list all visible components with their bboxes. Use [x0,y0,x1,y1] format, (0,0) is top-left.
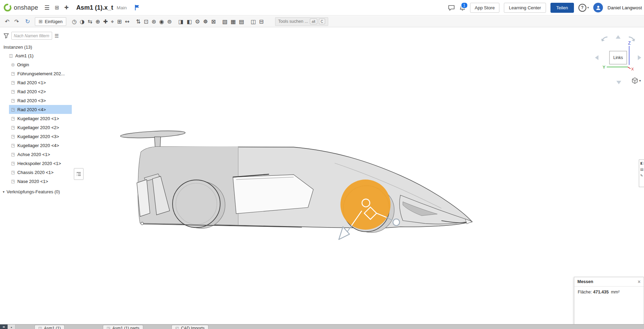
toolbar-tool-icon[interactable]: ⊚ [167,16,172,27]
assembly-toolbar: ↶ ↷ ↻ ⊞ Einfügen ◷ ◑ ⇆ ⊕ ✚ ⌖ ⊞ ↔ ⇅ ⊡ ⊛ ◉… [0,16,644,27]
insert-button[interactable]: ⊞ Einfügen [35,17,66,26]
toolbar-tool-icon[interactable]: ◨ [178,16,184,27]
instance-row[interactable]: ◳ Nase 2020 <1> [0,177,72,186]
toolbar-tool-icon[interactable]: ◑ [80,16,85,27]
manipulator-disc[interactable] [340,180,390,230]
learning-center-button[interactable]: Learning Center [504,3,546,13]
flag-icon[interactable] [134,4,140,11]
notification-badge: 1 [461,2,468,9]
notifications-button[interactable]: 1 [459,4,466,11]
onshape-wordmark[interactable]: onshape [14,4,38,11]
toolbar-tool-icon[interactable]: ◷ [72,16,77,27]
toolbar-tool-icon[interactable]: ▦ [231,16,236,27]
toolbar-tool-icon[interactable]: ⊛ [152,16,156,27]
rear-wheel[interactable] [173,180,225,228]
main-menu-icon[interactable]: ☰ [44,4,49,11]
instance-row[interactable]: ◳ Rad 2020 <1> [0,78,72,87]
chat-button[interactable] [448,4,455,11]
instance-row[interactable]: ◳ Kugellager 2020 <4> [0,141,72,150]
undo-icon[interactable]: ↶ [5,18,9,25]
toolbar-tool-icon[interactable]: ⊟ [259,16,264,27]
document-title[interactable]: Asm1 (1).x_t [76,4,113,11]
mate-features-row[interactable]: ▾ Verknüpfungs-Features (0) [0,187,72,196]
cockpit[interactable] [233,174,313,214]
toolbar-tool-icon[interactable]: ⚙ [195,16,200,27]
instance-label: Nase 2020 <1> [17,179,48,184]
panel-icon[interactable]: ◧ [640,161,644,165]
document-panel-icon[interactable]: ⊞ [55,4,59,11]
onshape-logo-icon[interactable] [3,3,12,12]
tilt-up-icon[interactable] [616,35,621,39]
avatar[interactable] [593,3,603,12]
manipulator-point-handle[interactable] [393,219,400,225]
instance-row[interactable]: ◳ Rad 2020 <3> [0,96,72,105]
view-options-menu[interactable]: ▾ [632,77,641,84]
shortcut-alt-key: alt [310,19,317,24]
filter-icon[interactable] [3,33,9,38]
bottom-tab-bar: ≡ ▴ ◫ Asm1 (1) ◳ Asm1 (1) parts ◰ CAD Im… [0,324,644,329]
tilt-left-icon[interactable] [595,55,598,60]
list-view-icon[interactable]: ☰ [55,33,59,39]
instance-row[interactable]: ◳ Kugellager 2020 <2> [0,123,72,132]
tab-assembly[interactable]: ◫ Asm1 (1) [35,325,65,329]
instance-row-selected[interactable]: ◳ Rad 2020 <4> [9,105,72,114]
right-panel-sliver[interactable]: ◧ ▤ ✎ [639,159,644,187]
panel-icon[interactable]: ✎ [640,174,644,178]
toolbar-tool-icon[interactable]: ⇅ [136,16,140,27]
toolbar-tool-icon[interactable]: ◫ [251,16,256,27]
tilt-down-icon[interactable] [616,81,621,84]
instance-row[interactable]: ◳ Führungselement 202... [0,69,72,78]
toolbar-tool-icon[interactable]: ▤ [239,16,244,27]
assembly-root-row[interactable]: ◫ Asm1 (1) [0,51,72,60]
toolbar-tool-icon[interactable]: ⇆ [88,16,92,27]
tree-list-icon [76,171,81,177]
toolbar-tool-icon[interactable]: ✚ [103,16,108,27]
toolbar-tool-icon[interactable]: ⊞ [117,16,121,27]
app-store-button[interactable]: App Store [470,3,500,13]
tool-search-placeholder: Tools suchen ... [278,19,308,24]
panel-icon[interactable]: ▤ [640,167,644,172]
toolbar-tool-icon[interactable]: ⊕ [95,16,100,27]
instance-row[interactable]: ◳ Rad 2020 <2> [0,87,72,96]
tab-parts[interactable]: ◳ Asm1 (1) parts [103,325,143,329]
workspace-label[interactable]: Main [117,5,127,10]
instance-row[interactable]: ◳ Kugellager 2020 <1> [0,114,72,123]
instance-row[interactable]: ◳ Chassis 2020 <1> [0,168,72,177]
toolbar-tool-icon[interactable]: ◉ [159,16,164,27]
tab-label: Asm1 (1) [44,326,61,329]
versions-icon[interactable]: ✚ [64,4,69,11]
tilt-right-icon[interactable] [638,55,641,60]
instance-row[interactable]: ◳ Kugellager 2020 <3> [0,132,72,141]
model-viewport[interactable] [72,28,644,325]
instance-label: Kugellager 2020 <3> [17,134,59,139]
manipulator-arrow-icon[interactable] [339,227,350,240]
toolbar-tool-icon[interactable]: ▧ [222,16,227,27]
toolbar-tool-icon[interactable]: ⊠ [211,16,216,27]
toolbar-tool-icon[interactable]: ↔ [125,16,129,27]
user-name[interactable]: Daniel Langwost [607,5,642,10]
instance-label: Rad 2020 <3> [17,98,46,103]
tab-list-button[interactable]: ▴ [8,325,16,329]
view-cube-face-label[interactable]: Links [613,55,623,60]
instance-row-origin[interactable]: ◎ Origin [0,60,72,69]
part-icon: ◳ [11,116,15,121]
instance-row[interactable]: ◳ Achse 2020 <1> [0,150,72,159]
tool-search-input[interactable]: Tools suchen ... alt C [275,17,328,26]
tab-cad-imports[interactable]: ◰ CAD Imports [172,325,208,329]
instance-list-toggle[interactable] [74,168,84,180]
toolbar-tool-icon[interactable]: ⌖ [111,16,114,27]
toolbar-tool-icon[interactable]: ☸ [203,16,208,27]
tab-manager-button[interactable]: ≡ [0,325,8,329]
toolbar-tool-icon[interactable]: ◧ [187,16,192,27]
close-icon[interactable]: × [638,279,641,284]
rear-wing[interactable] [120,129,186,139]
part-studio-icon: ◳ [107,326,110,329]
instance-row[interactable]: ◳ Heckspoiler 2020 <1> [0,159,72,168]
toolbar-tool-icon[interactable]: ⊡ [144,16,148,27]
redo-icon[interactable]: ↷ [14,18,19,25]
x-axis-label: X [631,67,634,71]
help-menu[interactable]: ? ▾ [578,4,589,12]
sync-icon[interactable]: ↻ [25,18,30,25]
filter-input[interactable] [11,32,52,40]
share-button[interactable]: Teilen [550,3,574,13]
